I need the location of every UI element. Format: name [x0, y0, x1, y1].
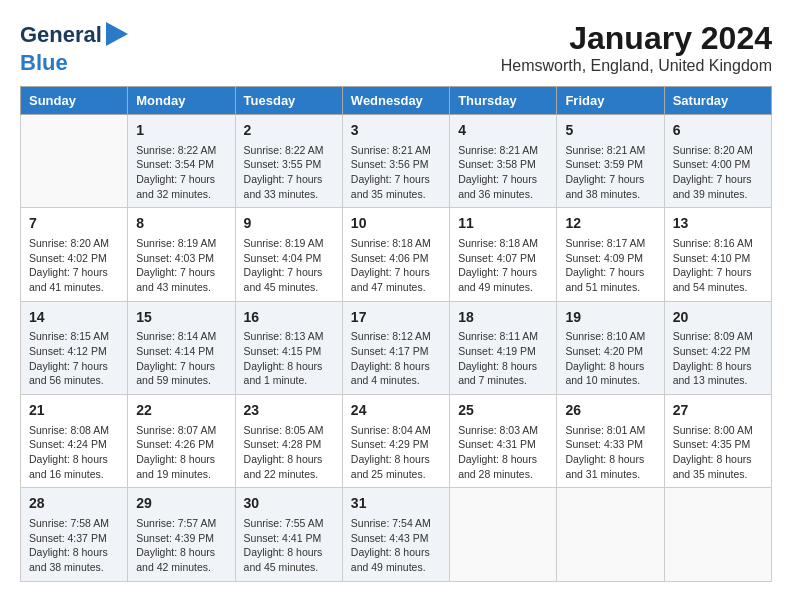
calendar-cell: 4 Sunrise: 8:21 AM Sunset: 3:58 PM Dayli… — [450, 115, 557, 208]
logo-arrow-icon — [106, 22, 128, 50]
day-sunset: Sunset: 4:10 PM — [673, 251, 763, 266]
day-number: 25 — [458, 401, 548, 421]
day-sunset: Sunset: 4:17 PM — [351, 344, 441, 359]
calendar-cell — [450, 488, 557, 581]
day-daylight: Daylight: 7 hours and 33 minutes. — [244, 172, 334, 201]
col-monday: Monday — [128, 87, 235, 115]
logo-text: General — [20, 23, 102, 47]
day-daylight: Daylight: 7 hours and 36 minutes. — [458, 172, 548, 201]
day-daylight: Daylight: 8 hours and 28 minutes. — [458, 452, 548, 481]
day-sunset: Sunset: 4:04 PM — [244, 251, 334, 266]
calendar-cell: 12 Sunrise: 8:17 AM Sunset: 4:09 PM Dayl… — [557, 208, 664, 301]
calendar-cell: 7 Sunrise: 8:20 AM Sunset: 4:02 PM Dayli… — [21, 208, 128, 301]
day-sunset: Sunset: 4:41 PM — [244, 531, 334, 546]
calendar-header-row: Sunday Monday Tuesday Wednesday Thursday… — [21, 87, 772, 115]
day-daylight: Daylight: 7 hours and 59 minutes. — [136, 359, 226, 388]
day-number: 17 — [351, 308, 441, 328]
svg-marker-0 — [106, 22, 128, 46]
day-sunrise: Sunrise: 8:20 AM — [673, 143, 763, 158]
day-number: 30 — [244, 494, 334, 514]
day-sunrise: Sunrise: 8:21 AM — [351, 143, 441, 158]
day-daylight: Daylight: 8 hours and 7 minutes. — [458, 359, 548, 388]
calendar-week-row: 21 Sunrise: 8:08 AM Sunset: 4:24 PM Dayl… — [21, 395, 772, 488]
day-daylight: Daylight: 8 hours and 19 minutes. — [136, 452, 226, 481]
day-sunrise: Sunrise: 8:17 AM — [565, 236, 655, 251]
day-sunset: Sunset: 4:06 PM — [351, 251, 441, 266]
calendar-cell: 11 Sunrise: 8:18 AM Sunset: 4:07 PM Dayl… — [450, 208, 557, 301]
day-daylight: Daylight: 8 hours and 4 minutes. — [351, 359, 441, 388]
day-number: 26 — [565, 401, 655, 421]
col-sunday: Sunday — [21, 87, 128, 115]
day-sunset: Sunset: 3:55 PM — [244, 157, 334, 172]
col-thursday: Thursday — [450, 87, 557, 115]
day-sunset: Sunset: 4:37 PM — [29, 531, 119, 546]
day-daylight: Daylight: 7 hours and 56 minutes. — [29, 359, 119, 388]
day-sunrise: Sunrise: 8:19 AM — [244, 236, 334, 251]
day-sunrise: Sunrise: 8:13 AM — [244, 329, 334, 344]
day-sunrise: Sunrise: 8:04 AM — [351, 423, 441, 438]
calendar-cell: 1 Sunrise: 8:22 AM Sunset: 3:54 PM Dayli… — [128, 115, 235, 208]
day-number: 11 — [458, 214, 548, 234]
calendar-cell: 27 Sunrise: 8:00 AM Sunset: 4:35 PM Dayl… — [664, 395, 771, 488]
day-number: 14 — [29, 308, 119, 328]
calendar-cell: 16 Sunrise: 8:13 AM Sunset: 4:15 PM Dayl… — [235, 301, 342, 394]
day-sunset: Sunset: 3:56 PM — [351, 157, 441, 172]
day-daylight: Daylight: 7 hours and 47 minutes. — [351, 265, 441, 294]
day-sunset: Sunset: 4:28 PM — [244, 437, 334, 452]
calendar-title: January 2024 — [501, 20, 772, 57]
day-number: 15 — [136, 308, 226, 328]
day-daylight: Daylight: 7 hours and 35 minutes. — [351, 172, 441, 201]
day-number: 10 — [351, 214, 441, 234]
calendar-cell: 2 Sunrise: 8:22 AM Sunset: 3:55 PM Dayli… — [235, 115, 342, 208]
day-daylight: Daylight: 8 hours and 1 minute. — [244, 359, 334, 388]
calendar-cell: 20 Sunrise: 8:09 AM Sunset: 4:22 PM Dayl… — [664, 301, 771, 394]
calendar-cell: 28 Sunrise: 7:58 AM Sunset: 4:37 PM Dayl… — [21, 488, 128, 581]
day-sunrise: Sunrise: 8:01 AM — [565, 423, 655, 438]
calendar-cell — [557, 488, 664, 581]
calendar-cell: 17 Sunrise: 8:12 AM Sunset: 4:17 PM Dayl… — [342, 301, 449, 394]
day-number: 9 — [244, 214, 334, 234]
day-daylight: Daylight: 8 hours and 13 minutes. — [673, 359, 763, 388]
day-sunset: Sunset: 3:58 PM — [458, 157, 548, 172]
day-sunrise: Sunrise: 8:08 AM — [29, 423, 119, 438]
day-number: 24 — [351, 401, 441, 421]
calendar-cell: 29 Sunrise: 7:57 AM Sunset: 4:39 PM Dayl… — [128, 488, 235, 581]
day-daylight: Daylight: 7 hours and 39 minutes. — [673, 172, 763, 201]
calendar-table: Sunday Monday Tuesday Wednesday Thursday… — [20, 86, 772, 582]
day-sunset: Sunset: 4:02 PM — [29, 251, 119, 266]
day-daylight: Daylight: 8 hours and 16 minutes. — [29, 452, 119, 481]
calendar-cell: 10 Sunrise: 8:18 AM Sunset: 4:06 PM Dayl… — [342, 208, 449, 301]
day-sunrise: Sunrise: 7:58 AM — [29, 516, 119, 531]
day-number: 19 — [565, 308, 655, 328]
day-number: 31 — [351, 494, 441, 514]
calendar-cell: 5 Sunrise: 8:21 AM Sunset: 3:59 PM Dayli… — [557, 115, 664, 208]
day-number: 5 — [565, 121, 655, 141]
day-sunrise: Sunrise: 8:10 AM — [565, 329, 655, 344]
day-daylight: Daylight: 7 hours and 54 minutes. — [673, 265, 763, 294]
calendar-cell: 6 Sunrise: 8:20 AM Sunset: 4:00 PM Dayli… — [664, 115, 771, 208]
calendar-cell: 8 Sunrise: 8:19 AM Sunset: 4:03 PM Dayli… — [128, 208, 235, 301]
day-number: 22 — [136, 401, 226, 421]
day-sunrise: Sunrise: 8:21 AM — [458, 143, 548, 158]
day-daylight: Daylight: 8 hours and 42 minutes. — [136, 545, 226, 574]
day-daylight: Daylight: 8 hours and 25 minutes. — [351, 452, 441, 481]
day-sunrise: Sunrise: 7:55 AM — [244, 516, 334, 531]
day-number: 7 — [29, 214, 119, 234]
day-sunrise: Sunrise: 8:00 AM — [673, 423, 763, 438]
day-daylight: Daylight: 7 hours and 41 minutes. — [29, 265, 119, 294]
day-number: 4 — [458, 121, 548, 141]
day-daylight: Daylight: 7 hours and 32 minutes. — [136, 172, 226, 201]
day-daylight: Daylight: 7 hours and 45 minutes. — [244, 265, 334, 294]
day-sunrise: Sunrise: 8:09 AM — [673, 329, 763, 344]
day-sunset: Sunset: 4:00 PM — [673, 157, 763, 172]
day-sunset: Sunset: 4:09 PM — [565, 251, 655, 266]
calendar-week-row: 7 Sunrise: 8:20 AM Sunset: 4:02 PM Dayli… — [21, 208, 772, 301]
logo-general: General — [20, 22, 102, 47]
day-sunrise: Sunrise: 8:14 AM — [136, 329, 226, 344]
day-daylight: Daylight: 8 hours and 38 minutes. — [29, 545, 119, 574]
day-sunset: Sunset: 4:20 PM — [565, 344, 655, 359]
day-sunrise: Sunrise: 8:11 AM — [458, 329, 548, 344]
day-sunrise: Sunrise: 8:19 AM — [136, 236, 226, 251]
day-sunrise: Sunrise: 7:54 AM — [351, 516, 441, 531]
day-number: 23 — [244, 401, 334, 421]
